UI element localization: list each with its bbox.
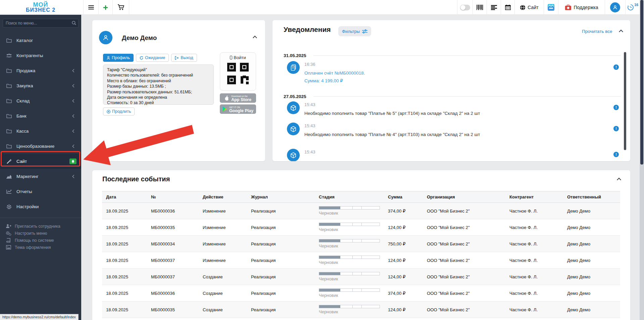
cell-number-link[interactable]: МБ0000036	[147, 203, 199, 219]
collapse-profile-chevron[interactable]	[253, 36, 257, 40]
filters-button[interactable]: Фильтры	[338, 26, 371, 36]
filters-button-label: Фильтры	[342, 29, 360, 34]
sidebar-item-purchase[interactable]: Закупка	[0, 78, 81, 93]
invite-employee-link[interactable]: Пригласить сотрудника	[0, 223, 81, 230]
extend-tariff-button[interactable]: Продлить	[103, 107, 135, 116]
logout-button[interactable]: Выход	[171, 54, 197, 62]
app-shortcut-button[interactable]	[544, 0, 558, 15]
waiting-button[interactable]: Ожидание	[136, 54, 169, 62]
folder-icon	[6, 114, 12, 118]
cell-responsible-link[interactable]: Демо Демо	[563, 269, 620, 285]
support-button[interactable]: Поддержка	[558, 0, 605, 15]
cell-journal-link[interactable]: Реализация	[247, 236, 315, 252]
tariff-line: Дата окончания не определена	[107, 95, 210, 100]
site-button[interactable]: Сайт	[514, 0, 544, 15]
cell-stage: Черновик	[315, 302, 384, 318]
sidebar-item-reports[interactable]: Отчеты	[0, 184, 81, 199]
appstore-badge[interactable]: Download on the App Store	[220, 93, 256, 103]
sidebar-item-bank[interactable]: Банк	[0, 108, 81, 124]
system-help-link[interactable]: Помощь по системе	[0, 237, 81, 244]
notification-time: 15:43	[304, 123, 315, 128]
cell-journal-link[interactable]: Реализация	[247, 203, 315, 219]
sidebar-item-cashbox[interactable]: Касса	[0, 124, 81, 139]
calendar-button[interactable]	[501, 0, 514, 15]
alert-badge[interactable]: !	[613, 126, 619, 131]
sidebar-item-settings[interactable]: Настройки	[0, 199, 81, 214]
sidebar-item-marketing[interactable]: Маркетинг	[0, 169, 81, 184]
page-scrollbar-thumb[interactable]	[640, 0, 643, 165]
sidebar-item-site[interactable]: Сайт	[0, 154, 81, 169]
cell-number-link[interactable]: МБ0000037	[147, 269, 199, 285]
cell-contragent-link[interactable]: Частное Ф. Л.	[505, 269, 563, 285]
sidebar-item-label: Продажа	[16, 68, 35, 73]
user-menu-button[interactable]	[605, 0, 625, 15]
sidebar-item-warehouse[interactable]: Склад	[0, 93, 81, 108]
collapse-notifications-chevron[interactable]	[619, 30, 623, 34]
alert-badge[interactable]: !	[613, 152, 619, 157]
notification-text: Необходимо пополнить товар "Платье № 4" …	[304, 132, 480, 137]
cell-journal-link[interactable]: Реализация	[247, 285, 315, 302]
googleplay-badge[interactable]: GET IT ON Google Play	[220, 104, 256, 114]
sidebar-item-sales[interactable]: Продажа	[0, 63, 81, 78]
table-row: 18.09.2025 МБ0000036 Изменение Реализаци…	[102, 203, 620, 219]
collapse-events-chevron[interactable]	[617, 178, 621, 182]
page-scrollbar[interactable]	[640, 0, 644, 320]
cell-journal-link[interactable]: Реализация	[247, 302, 315, 318]
sidebar-item-pricing[interactable]: Ценообразование	[0, 139, 81, 154]
cell-contragent-link[interactable]: Частное Ф. Л.	[505, 252, 563, 269]
profile-button[interactable]: Профиль	[103, 54, 134, 62]
sidebar-item-contragents[interactable]: Контрагенты	[0, 48, 81, 63]
cell-number-link[interactable]: МБ0000034	[147, 236, 199, 252]
list-view-button[interactable]	[487, 0, 501, 15]
cell-responsible-link[interactable]: Демо Демо	[563, 236, 620, 252]
menu-search-input[interactable]	[3, 19, 79, 28]
cell-responsible-link[interactable]: Демо Демо	[563, 203, 620, 219]
cell-contragent-link[interactable]: Частное Ф. Л.	[505, 203, 563, 219]
cell-action: Изменение	[199, 252, 247, 269]
cell-number-link[interactable]: МБ0000036	[147, 285, 199, 302]
notification-link[interactable]: Оплачен счёт №МБ0000018.	[304, 71, 365, 76]
cell-journal-link[interactable]: Реализация	[247, 269, 315, 285]
notifications-title: Уведомления	[284, 26, 331, 34]
cell-contragent-link[interactable]: Частное Ф. Л.	[505, 302, 563, 318]
quick-add-button[interactable]	[99, 0, 113, 15]
cell-responsible-link[interactable]: Демо Демо	[563, 252, 620, 269]
notification-sum[interactable]: Сумма: 4 199,00 ₽	[304, 78, 343, 83]
cell-journal-link[interactable]: Реализация	[247, 219, 315, 236]
alert-badge[interactable]: !	[613, 105, 619, 110]
cart-button[interactable]	[113, 0, 129, 15]
alert-badge[interactable]: !	[613, 64, 619, 70]
chart-line-icon	[6, 189, 12, 194]
notifications-scrollbar[interactable]	[624, 52, 626, 150]
folder-icon	[6, 68, 12, 73]
cell-contragent-link[interactable]: Частное Ф. Л.	[505, 219, 563, 236]
browser-status-url: https://demo.mybusiness2.ru/cms/default/…	[0, 314, 79, 320]
qr-code	[227, 63, 249, 84]
events-title: Последние события	[102, 175, 170, 183]
cell-contragent-link[interactable]: Частное Ф. Л.	[505, 285, 563, 302]
barcode-button[interactable]	[473, 0, 487, 15]
history-button[interactable]: 16	[625, 0, 640, 15]
col-number: №	[147, 191, 199, 203]
box-icon	[287, 123, 300, 135]
cell-contragent-link[interactable]: Частное Ф. Л.	[505, 236, 563, 252]
tariff-line: Тариф "Следующий"	[107, 67, 210, 73]
configure-menu-link[interactable]: Настроить меню	[0, 230, 81, 237]
cell-number-link[interactable]: МБ0000035	[147, 302, 199, 318]
theme-link[interactable]: Тема оформления	[0, 244, 81, 251]
cell-number-link[interactable]: МБ0000035	[147, 219, 199, 236]
cell-number-link[interactable]: МБ0000037	[147, 252, 199, 269]
mobile-login-qr-card[interactable]: Войти	[220, 52, 256, 91]
cell-responsible-link[interactable]: Демо Демо	[563, 285, 620, 302]
read-all-link[interactable]: Прочитать все	[582, 29, 612, 34]
topbar-toggle[interactable]	[457, 0, 473, 15]
app-logo[interactable]: МОЙ БИЗНЕС 2	[0, 0, 81, 15]
document-icon	[287, 61, 300, 74]
folder-icon	[6, 129, 12, 133]
sidebar-item-catalog[interactable]: Каталог	[0, 33, 81, 48]
cell-journal-link[interactable]: Реализация	[247, 252, 315, 269]
chevron-left-icon	[72, 69, 76, 73]
cell-responsible-link[interactable]: Демо Демо	[563, 302, 620, 318]
menu-toggle-button[interactable]	[84, 0, 99, 15]
cell-responsible-link[interactable]: Демо Демо	[563, 219, 620, 236]
